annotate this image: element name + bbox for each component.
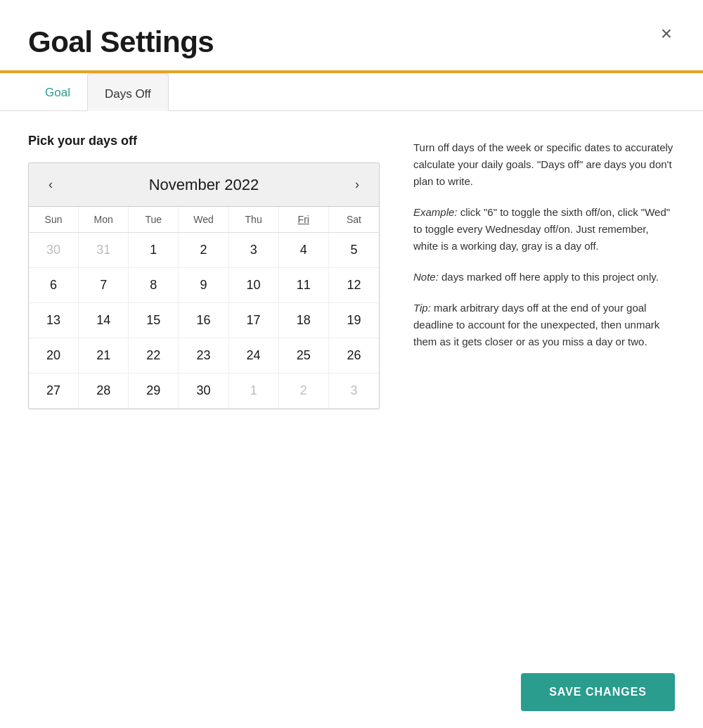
day-cell[interactable]: 15 [129,303,179,338]
prev-month-button[interactable]: ‹ [43,174,58,195]
day-cell[interactable]: 29 [129,373,179,409]
day-cell[interactable]: 2 [179,233,228,268]
day-cell[interactable]: 30 [179,373,228,409]
day-cell[interactable]: 5 [329,233,379,268]
day-cell[interactable]: 21 [79,338,129,373]
day-cell[interactable]: 12 [329,268,379,303]
content-area: Pick your days off ‹ November 2022 › Sun… [0,111,703,432]
info-note-label: Note: [413,271,439,283]
day-cell[interactable]: 31 [79,233,129,268]
close-button[interactable]: × [655,21,678,46]
weekday-sun[interactable]: Sun [29,207,79,232]
day-cell[interactable]: 14 [79,303,129,338]
left-panel: Pick your days off ‹ November 2022 › Sun… [28,134,380,409]
dialog-title: Goal Settings [28,25,675,59]
calendar-month-title: November 2022 [149,176,259,194]
day-cell[interactable]: 3 [229,233,279,268]
info-text-2: Example: click "6" to toggle the sixth o… [413,204,675,255]
dialog-footer: SAVE CHANGES [0,656,703,728]
day-cell[interactable]: 6 [29,268,79,303]
day-cell[interactable]: 11 [279,268,329,303]
calendar: ‹ November 2022 › Sun Mon Tue Wed Thu Fr… [28,162,380,409]
day-cell[interactable]: 10 [229,268,279,303]
day-cell[interactable]: 7 [79,268,129,303]
section-title: Pick your days off [28,134,380,148]
calendar-weekdays: Sun Mon Tue Wed Thu Fri Sat [29,207,379,233]
day-cell[interactable]: 18 [279,303,329,338]
weekday-tue[interactable]: Tue [129,207,179,232]
day-cell[interactable]: 2 [279,373,329,409]
day-cell[interactable]: 13 [29,303,79,338]
weekday-wed[interactable]: Wed [179,207,228,232]
next-month-button[interactable]: › [349,174,365,195]
day-cell[interactable]: 1 [229,373,279,409]
day-cell[interactable]: 22 [129,338,179,373]
tabs-container: Goal Days Off [0,73,703,111]
info-text-4: Tip: mark arbitrary days off at the end … [413,300,675,350]
day-cell[interactable]: 24 [229,338,279,373]
save-changes-button[interactable]: SAVE CHANGES [521,673,675,711]
day-cell[interactable]: 3 [329,373,379,409]
info-tip-label: Tip: [413,302,431,314]
info-text-3: Note: days marked off here apply to this… [413,269,675,286]
day-cell[interactable]: 30 [29,233,79,268]
day-cell[interactable]: 16 [179,303,228,338]
day-cell[interactable]: 25 [279,338,329,373]
day-cell[interactable]: 23 [179,338,228,373]
right-panel: Turn off days of the week or specific da… [413,134,675,364]
day-cell[interactable]: 20 [29,338,79,373]
tab-goal[interactable]: Goal [28,73,87,111]
calendar-grid: Sun Mon Tue Wed Thu Fri Sat 30 31 1 2 [29,206,379,409]
info-text-1: Turn off days of the week or specific da… [413,139,675,190]
day-cell[interactable]: 28 [79,373,129,409]
dialog-header: Goal Settings × [0,0,703,59]
day-cell[interactable]: 9 [179,268,228,303]
calendar-header: ‹ November 2022 › [29,163,379,206]
weekday-fri[interactable]: Fri [279,207,329,232]
day-cell[interactable]: 8 [129,268,179,303]
day-cell[interactable]: 4 [279,233,329,268]
weekday-thu[interactable]: Thu [229,207,279,232]
weekday-sat[interactable]: Sat [329,207,379,232]
calendar-days: 30 31 1 2 3 4 5 6 7 8 9 10 11 1 [29,233,379,409]
day-cell[interactable]: 27 [29,373,79,409]
info-example-label: Example: [413,206,458,218]
goal-settings-dialog: Goal Settings × Goal Days Off Pick your … [0,0,703,728]
day-cell[interactable]: 17 [229,303,279,338]
day-cell[interactable]: 19 [329,303,379,338]
day-cell[interactable]: 26 [329,338,379,373]
tab-days-off[interactable]: Days Off [87,73,169,111]
weekday-mon[interactable]: Mon [79,207,129,232]
day-cell[interactable]: 1 [129,233,179,268]
